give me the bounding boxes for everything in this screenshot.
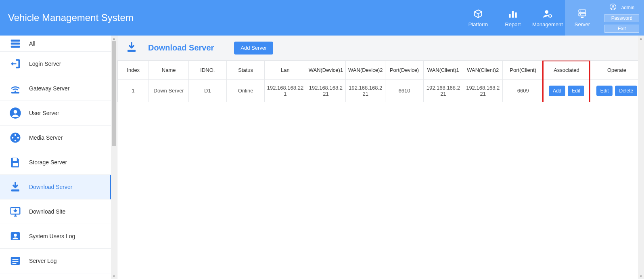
svg-point-23 [17,137,19,139]
sidebar-item-all[interactable]: All [0,36,111,52]
svg-point-3 [545,10,549,14]
log-lines-icon [9,254,22,267]
cell-idno: D1 [188,80,226,102]
svg-rect-24 [13,158,17,161]
cell-index: 1 [118,80,149,102]
sidebar-item-label: Server Log [29,258,56,264]
svg-rect-1 [512,11,514,17]
cell-wan-cli2: 192.168.168.221 [463,80,503,102]
svg-point-7 [580,10,581,11]
sidebar-item-download-site[interactable]: Download Site [0,199,111,224]
sidebar-wrap: All Login Server Gateway Server User Ser… [0,36,117,279]
sidebar-item-gateway[interactable]: Gateway Server [0,76,111,101]
th-associated: Associated [543,61,590,80]
sidebar-item-storage[interactable]: Storage Server [0,150,111,175]
sidebar-item-media[interactable]: Media Server [0,126,111,150]
bar-chart-icon [508,8,518,19]
sidebar-item-login[interactable]: Login Server [0,52,111,76]
th-status: Status [227,61,265,80]
film-reel-icon [9,131,22,144]
operate-edit-button[interactable]: Edit [596,86,613,96]
download-icon [125,41,138,55]
sidebar-item-label: All [29,40,36,47]
svg-rect-16 [11,92,19,94]
user-avatar-icon [609,3,617,12]
th-idno: IDNO. [188,61,226,80]
scroll-thumb[interactable] [112,41,116,146]
login-icon [9,57,22,70]
assoc-add-button[interactable]: Add [549,86,565,96]
svg-point-21 [15,140,17,142]
nav-label: Platform [468,21,488,27]
sidebar-item-serverlog[interactable]: Server Log [0,249,111,273]
app-header: Vehicle Management System Platform Repor… [0,0,644,36]
svg-rect-2 [515,12,516,17]
exit-button[interactable]: Exit [604,25,639,33]
svg-rect-25 [13,163,18,166]
sidebar-item-download[interactable]: Download Server [0,175,111,199]
sidebar-item-user[interactable]: User Server [0,101,111,126]
user-circle-icon [9,107,22,120]
scroll-down-icon[interactable]: ▼ [111,273,117,279]
server-icon [577,8,588,19]
assoc-edit-button[interactable]: Edit [568,86,584,96]
sidebar-item-label: Login Server [29,61,61,67]
sidebar-item-syslog[interactable]: System Users Log [0,224,111,249]
scroll-up-icon[interactable]: ▲ [111,36,117,41]
cell-name: Down Server [149,80,188,102]
table-wrap: Index Name IDNO. Status Lan WAN(Device)1… [117,61,644,102]
sidebar-item-label: Download Server [29,184,72,190]
cell-wan-dev2: 192.168.168.221 [346,80,385,102]
th-operate: Operate [590,61,644,80]
app-body: All Login Server Gateway Server User Ser… [0,36,644,279]
nav-server[interactable]: Server [565,0,600,36]
cell-port-cli: 6609 [503,80,543,102]
svg-rect-26 [11,189,19,191]
cube-icon [473,8,483,19]
svg-rect-6 [579,13,585,15]
svg-point-22 [12,137,14,139]
table-row: 1 Down Server D1 Online 192.168.168.221 … [118,80,644,102]
svg-rect-32 [13,261,19,262]
cell-operate: Edit Delete [590,80,644,102]
nav-label: Management [532,21,563,27]
sidebar-item-label: System Users Log [29,233,75,239]
th-port-cli: Port(Client) [503,61,543,80]
nav-platform[interactable]: Platform [461,0,496,36]
page-title: Download Server [148,43,214,52]
cell-wan-dev1: 192.168.168.221 [306,80,345,102]
page-toolbar: Download Server Add Server [117,36,644,61]
scroll-down-icon[interactable]: ▼ [638,273,644,279]
operate-delete-button[interactable]: Delete [615,86,637,96]
svg-rect-34 [128,50,136,52]
password-button[interactable]: Password [604,14,639,22]
download-icon [9,180,22,193]
cell-associated: Add Edit [543,80,590,102]
nav-report[interactable]: Report [496,0,530,36]
sidebar-item-label: Storage Server [29,159,67,166]
sidebar: All Login Server Gateway Server User Ser… [0,36,111,279]
top-nav: Platform Report Management Server [461,0,600,36]
add-server-button[interactable]: Add Server [234,42,273,55]
th-lan: Lan [265,61,306,80]
sidebar-scrollbar[interactable]: ▲ ▼ [111,36,117,279]
account-panel: admin Password Exit [600,0,644,36]
svg-point-18 [14,110,17,114]
wifi-icon [9,82,22,95]
nav-label: Server [575,21,590,27]
th-wan-dev1: WAN(Device)1 [306,61,345,80]
th-port-dev: Port(Device) [385,61,423,80]
sidebar-item-label: User Server [29,110,59,116]
svg-rect-14 [11,46,20,48]
cell-wan-cli1: 192.168.168.221 [423,80,463,102]
main-content: Download Server Add Server [117,36,644,279]
nav-management[interactable]: Management [530,0,565,36]
main-scrollbar[interactable]: ▲ ▼ [638,36,644,279]
svg-rect-13 [11,42,20,44]
scroll-up-icon[interactable]: ▲ [638,36,644,41]
sidebar-item-label: Gateway Server [29,85,69,92]
sidebar-item-label: Media Server [29,134,63,141]
th-wan-dev2: WAN(Device)2 [346,61,385,80]
svg-rect-33 [13,263,17,264]
server-table: Index Name IDNO. Status Lan WAN(Device)1… [117,61,644,102]
